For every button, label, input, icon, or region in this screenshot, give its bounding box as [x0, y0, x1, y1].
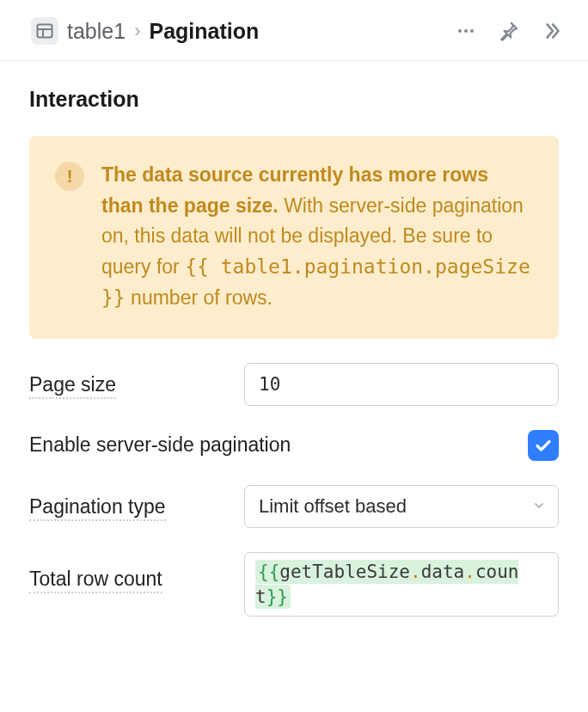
chevron-down-icon: [532, 495, 546, 518]
header-actions: [454, 19, 564, 43]
enable-server-pagination-checkbox[interactable]: [528, 430, 559, 461]
check-icon: [533, 435, 554, 456]
panel-header: table1 › Pagination: [0, 0, 588, 61]
pagination-type-row: Pagination type Limit offset based: [29, 485, 559, 528]
total-row-count-expression: {{getTableSize.data.count}}: [255, 560, 518, 608]
warning-rest-after: number of rows.: [126, 286, 273, 309]
table-icon: [31, 17, 58, 45]
interaction-section: Interaction ! The data source currently …: [0, 61, 588, 617]
warning-alert: ! The data source currently has more row…: [29, 136, 559, 339]
more-icon[interactable]: [454, 19, 478, 43]
total-row-count-input[interactable]: {{getTableSize.data.count}}: [244, 552, 559, 617]
warning-text: The data source currently has more rows …: [101, 160, 533, 313]
pagination-type-select[interactable]: Limit offset based: [244, 485, 559, 528]
enable-server-pagination-row: Enable server-side pagination: [29, 430, 559, 461]
section-title: Interaction: [29, 87, 559, 112]
page-size-row: Page size: [29, 363, 559, 406]
page-size-label: Page size: [29, 373, 116, 399]
svg-point-5: [470, 29, 474, 33]
pagination-type-value: Limit offset based: [259, 495, 407, 518]
pin-icon[interactable]: [497, 19, 521, 43]
total-row-count-label: Total row count: [29, 568, 162, 593]
svg-point-3: [458, 29, 462, 33]
svg-point-4: [464, 29, 468, 33]
breadcrumb: table1 › Pagination: [31, 17, 454, 45]
breadcrumb-current: Pagination: [149, 19, 259, 44]
enable-server-pagination-label: Enable server-side pagination: [29, 433, 291, 458]
page-size-input[interactable]: [244, 363, 559, 406]
breadcrumb-parent[interactable]: table1: [67, 19, 126, 44]
chevron-right-icon: ›: [134, 20, 140, 42]
svg-rect-0: [38, 25, 52, 38]
pagination-type-label: Pagination type: [29, 495, 166, 521]
total-row-count-row: Total row count {{getTableSize.data.coun…: [29, 552, 559, 617]
expand-icon[interactable]: [540, 19, 564, 43]
warning-icon: !: [55, 162, 84, 191]
